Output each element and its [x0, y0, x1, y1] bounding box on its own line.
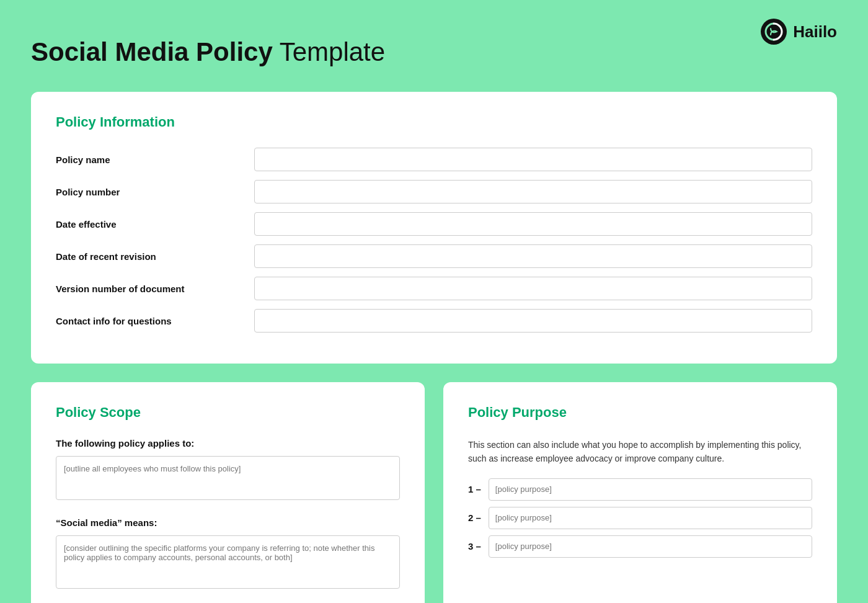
policy-information-title: Policy Information [56, 114, 812, 130]
page-title: Social Media Policy Template [31, 37, 837, 67]
scope-applies-section: The following policy applies to: [56, 438, 400, 502]
scope-applies-textarea[interactable] [56, 456, 400, 500]
policy-field-row: Version number of document [56, 277, 812, 300]
page-title-normal: Template [273, 37, 385, 66]
policy-field-label: Version number of document [56, 284, 254, 294]
policy-field-input[interactable] [254, 309, 812, 333]
policy-field-label: Policy number [56, 187, 254, 197]
bottom-grid: Policy Scope The following policy applie… [31, 382, 837, 603]
policy-scope-card: Policy Scope The following policy applie… [31, 382, 425, 603]
purpose-description: This section can also include what you h… [468, 438, 812, 466]
purpose-items-container: 1 –2 –3 – [468, 478, 812, 558]
svg-point-0 [761, 19, 787, 45]
policy-field-label: Date effective [56, 219, 254, 230]
scope-means-textarea[interactable] [56, 535, 400, 589]
purpose-item-input[interactable] [489, 507, 812, 529]
scope-means-section: “Social media” means: [56, 517, 400, 591]
policy-information-card: Policy Information Policy namePolicy num… [31, 92, 837, 364]
scope-applies-label: The following policy applies to: [56, 438, 400, 449]
policy-field-input[interactable] [254, 180, 812, 203]
policy-field-label: Policy name [56, 154, 254, 165]
page-title-bold: Social Media Policy [31, 37, 273, 66]
logo-text: Haiilo [793, 22, 837, 42]
purpose-item-input[interactable] [489, 535, 812, 558]
purpose-item-row: 2 – [468, 507, 812, 529]
purpose-item-number: 1 – [468, 484, 481, 494]
policy-field-input[interactable] [254, 244, 812, 268]
purpose-item-row: 3 – [468, 535, 812, 558]
policy-purpose-card: Policy Purpose This section can also inc… [443, 382, 837, 603]
purpose-item-number: 3 – [468, 541, 481, 552]
policy-purpose-title: Policy Purpose [468, 404, 812, 421]
scope-means-label: “Social media” means: [56, 517, 400, 528]
haiilo-logo-icon [761, 19, 787, 45]
policy-field-row: Contact info for questions [56, 309, 812, 333]
policy-scope-title: Policy Scope [56, 404, 400, 421]
policy-field-input[interactable] [254, 277, 812, 300]
policy-field-label: Date of recent revision [56, 251, 254, 262]
policy-field-row: Policy number [56, 180, 812, 203]
policy-field-row: Policy name [56, 148, 812, 171]
purpose-item-row: 1 – [468, 478, 812, 501]
policy-field-row: Date of recent revision [56, 244, 812, 268]
purpose-item-number: 2 – [468, 512, 481, 523]
policy-field-input[interactable] [254, 148, 812, 171]
logo-area: Haiilo [761, 19, 837, 45]
policy-fields-container: Policy namePolicy numberDate effectiveDa… [56, 148, 812, 333]
policy-field-label: Contact info for questions [56, 316, 254, 326]
policy-field-input[interactable] [254, 212, 812, 236]
policy-field-row: Date effective [56, 212, 812, 236]
purpose-item-input[interactable] [489, 478, 812, 501]
